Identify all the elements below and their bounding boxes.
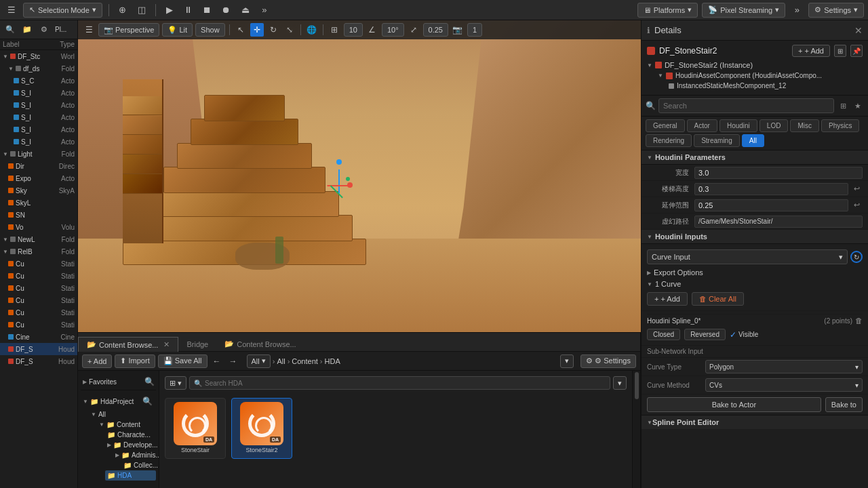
tab-lod[interactable]: LOD <box>760 119 789 132</box>
add-button[interactable]: + Add <box>82 354 112 368</box>
grid-view-button[interactable]: ⊞ <box>834 45 846 57</box>
grid-value[interactable]: 10 <box>344 23 363 37</box>
outliner-item-dfs1[interactable]: DF_S Houd <box>0 343 77 355</box>
outliner-item-si3[interactable]: S_I Acto <box>0 111 77 123</box>
settings-cb-button[interactable]: ⚙ ⚙ Settings <box>580 354 636 368</box>
curve-method-select[interactable]: CVs ▾ <box>705 378 863 392</box>
outliner-item-expo[interactable]: Expo Acto <box>0 172 77 184</box>
sidebar-project[interactable]: ▼ 📁 HdaProject 🔍 <box>81 393 156 409</box>
search-icon[interactable]: 🔍 <box>3 22 18 37</box>
breadcrumb-hda-parent[interactable]: Content <box>292 357 318 365</box>
param-stair-height-input[interactable] <box>694 183 848 195</box>
select-icon[interactable]: ↖ <box>234 23 248 37</box>
param-width-input[interactable] <box>694 167 863 179</box>
content-scrollbar[interactable] <box>632 371 640 488</box>
view-dropdown[interactable]: ▾ <box>613 376 627 390</box>
add-component-button[interactable]: + + Add <box>792 45 830 57</box>
outliner-item-cu5[interactable]: Cu Stati <box>0 306 77 319</box>
transform-icon[interactable]: ⊕ <box>115 3 130 18</box>
outliner-item-cu2[interactable]: Cu Stati <box>0 270 77 282</box>
play-icon[interactable]: ▶ <box>162 3 177 18</box>
favorites-item[interactable]: ▶ Favorites <box>81 377 119 387</box>
asset-stonestairs[interactable]: DA StoneStair <box>165 398 226 459</box>
search-sidebar-icon[interactable]: 🔍 <box>142 375 156 388</box>
outliner-item-relb[interactable]: ▼ RelB Fold <box>0 245 77 258</box>
sidebar-content-item[interactable]: ▼ 📁 Content <box>97 420 156 430</box>
outliner-item-light[interactable]: ▼ Light Fold <box>0 148 77 160</box>
pause-icon[interactable]: ⏸ <box>181 3 196 18</box>
curve-refresh-button[interactable]: ↻ <box>850 251 863 263</box>
tab-actor[interactable]: Actor <box>687 119 717 132</box>
breadcrumb-hda[interactable]: HDA <box>325 357 340 365</box>
reversed-button[interactable]: Reversed <box>684 329 726 340</box>
details-search-input[interactable] <box>658 98 834 113</box>
filter-dropdown[interactable]: All ▾ <box>247 354 271 368</box>
cb-back-icon[interactable]: ← <box>210 354 224 368</box>
expand-icon[interactable]: » <box>789 3 804 18</box>
cb-forward-icon[interactable]: → <box>226 354 240 368</box>
search-project-icon[interactable]: 🔍 <box>140 394 154 408</box>
pixel-streaming-button[interactable]: 📡 Pixel Streaming ▾ <box>702 3 785 18</box>
import-button[interactable]: ⬆ Import <box>115 354 155 368</box>
cb-tab1-close-icon[interactable]: ✕ <box>163 340 170 349</box>
sidebar-admin-item[interactable]: ▶ 📁 Adminis... <box>113 450 156 460</box>
scale-value[interactable]: 0.25 <box>423 23 448 37</box>
angle-icon[interactable]: ∠ <box>366 23 379 37</box>
sort-dropdown[interactable]: ⊞ ▾ <box>165 376 186 390</box>
transform2-icon[interactable]: ◫ <box>134 3 149 18</box>
move-icon[interactable]: ✛ <box>250 23 264 37</box>
lit-button[interactable]: 💡 Lit <box>162 23 193 37</box>
tab-all[interactable]: All <box>742 134 764 147</box>
delete-spline-button[interactable]: 🗑 <box>855 317 863 325</box>
save-all-button[interactable]: 💾 Save All <box>158 354 208 368</box>
param-extend-input[interactable] <box>694 199 848 211</box>
tab-content-browse-1[interactable]: 📂 Content Browse... ✕ <box>78 337 178 352</box>
outliner-item-sky[interactable]: Sky SkyA <box>0 184 77 197</box>
path-dropdown[interactable]: ▾ <box>560 354 574 368</box>
clear-all-button[interactable]: 🗑 Clear All <box>692 292 744 306</box>
outliner-item-dir[interactable]: Dir Direc <box>0 160 77 172</box>
tab-content-browse-2[interactable]: 📂 Content Browse... <box>216 337 304 351</box>
hamburger-icon[interactable]: ☰ <box>82 23 96 37</box>
tab-streaming[interactable]: Streaming <box>694 134 740 147</box>
closed-button[interactable]: Closed <box>647 329 680 340</box>
bake-to-button[interactable]: Bake to <box>825 397 863 412</box>
content-scrollbar-thumb[interactable] <box>635 372 639 399</box>
platforms-button[interactable]: 🖥 Platforms ▾ <box>637 3 698 18</box>
tab-bridge[interactable]: Bridge <box>178 338 216 351</box>
scale-mode-icon[interactable]: ⤢ <box>407 23 420 37</box>
stop-icon[interactable]: ⏹ <box>200 3 215 18</box>
outliner-item-cu3[interactable]: Cu Stati <box>0 282 77 294</box>
star-icon[interactable]: ★ <box>852 100 864 112</box>
camera-icon[interactable]: 📷 <box>451 23 465 37</box>
export-options-row[interactable]: ▶ Export Options <box>647 267 863 278</box>
details-close-button[interactable]: ✕ <box>854 25 863 36</box>
asset-stonestairs2[interactable]: DA StoneStair2 <box>231 398 292 459</box>
curve-input-dropdown[interactable]: Curve Input ▾ <box>647 249 848 264</box>
camera-value[interactable]: 1 <box>467 23 482 37</box>
outliner-item-sn[interactable]: SN <box>0 209 77 221</box>
angle-value[interactable]: 10° <box>382 23 404 37</box>
outliner-item-dfds[interactable]: ▼ df_ds Fold <box>0 62 77 75</box>
outliner-item-dfs2[interactable]: DF_S Houd <box>0 355 77 367</box>
perspective-button[interactable]: 📷 Perspective <box>98 23 159 37</box>
viewport[interactable]: ☰ 📷 Perspective 💡 Lit Show ↖ ✛ ↻ ⤡ � <box>78 20 641 332</box>
selection-mode-button[interactable]: ↖ Selection Mode ▾ <box>23 3 102 18</box>
sidebar-characters-item[interactable]: 📁 Characte... <box>105 430 156 440</box>
outliner-item-si2[interactable]: S_I Acto <box>0 99 77 111</box>
bake-actor-button[interactable]: Bake to Actor <box>647 397 821 412</box>
settings-outliner-icon[interactable]: ⚙ <box>37 22 52 37</box>
outliner-item-vo[interactable]: Vo Volu <box>0 221 77 233</box>
search-hda-input[interactable] <box>202 380 606 387</box>
tab-misc[interactable]: Misc <box>790 119 819 132</box>
rotate-icon[interactable]: ↻ <box>267 23 280 37</box>
more-tools-icon[interactable]: » <box>257 3 272 18</box>
folder-icon[interactable]: 📁 <box>20 22 35 37</box>
outliner-item-si4[interactable]: S_I Acto <box>0 123 77 136</box>
sidebar-develop-item[interactable]: ▶ 📁 Develope... <box>105 440 156 450</box>
houdini-inputs-section[interactable]: ▼ Houdini Inputs <box>642 230 868 244</box>
curve-type-select[interactable]: Polygon ▾ <box>705 360 863 373</box>
tab-physics[interactable]: Physics <box>821 119 859 132</box>
eject-icon[interactable]: ⏏ <box>238 3 253 18</box>
outliner-item-si5[interactable]: S_I Acto <box>0 136 77 148</box>
